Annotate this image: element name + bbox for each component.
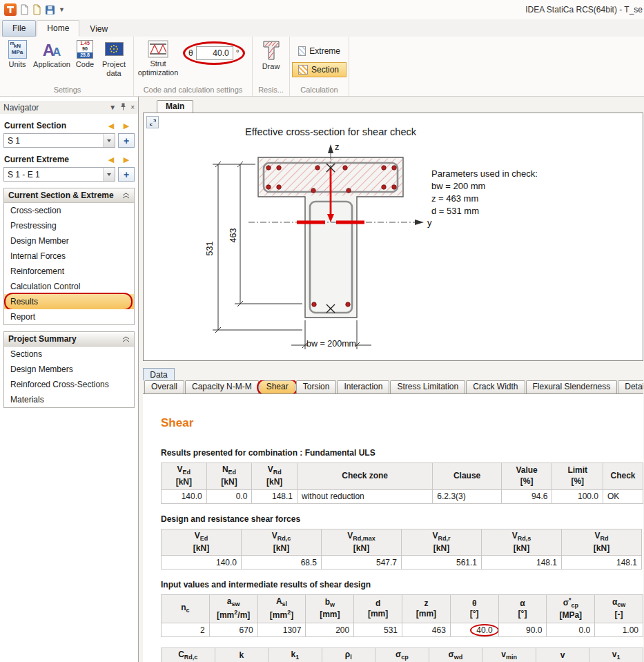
column-header: VEd[kN] — [162, 463, 207, 490]
nav-item-reinforcement[interactable]: Reinforcement — [4, 264, 134, 279]
data-panel-tab[interactable]: Data — [143, 368, 175, 380]
column-header: VEd[kN] — [162, 529, 242, 556]
next-section-button[interactable]: ▶ — [119, 120, 134, 131]
table-cell: 140.0 — [162, 556, 242, 569]
table-cell: 1307 — [257, 623, 306, 637]
nav-item-results[interactable]: Results — [4, 294, 134, 309]
section-extreme-group-header[interactable]: Current Section & Extreme — [4, 188, 134, 203]
extreme-button[interactable]: Extreme — [292, 43, 347, 59]
close-icon[interactable]: × — [130, 104, 135, 111]
table-cell: 68.5 — [242, 556, 322, 569]
column-header: VRd,s[kN] — [482, 529, 562, 556]
nav-item-sections[interactable]: Sections — [4, 347, 134, 362]
nav-item-materials[interactable]: Materials — [4, 392, 134, 407]
result-tab-shear[interactable]: Shear — [260, 380, 295, 393]
next-extreme-button[interactable]: ▶ — [119, 154, 134, 165]
column-header: Check zone — [297, 463, 433, 490]
section-label: Section — [311, 65, 339, 75]
navigator-menu-icon[interactable]: ▼ — [109, 104, 116, 111]
shear-forces-table: VEd[kN]VRd,c[kN]VRd,max[kN]VRd,r[kN]VRd,… — [161, 529, 642, 570]
navigator-title: Navigator — [3, 103, 39, 113]
column-header: v[-] — [536, 648, 589, 662]
chevron-down-icon[interactable] — [103, 134, 115, 147]
column-header: Limit[%] — [552, 463, 603, 490]
nav-item-calculation-control[interactable]: Calculation Control — [4, 279, 134, 294]
add-section-button[interactable]: + — [118, 133, 135, 148]
result-tab-strip: OverallCapacity N-M-MShearTorsionInterac… — [143, 380, 643, 394]
nav-item-design-members[interactable]: Design Members — [4, 362, 134, 377]
current-extreme-select[interactable]: S 1 - E 1 — [3, 167, 115, 182]
drawing-title: Effective cross-section for shear check — [245, 126, 417, 137]
code-label: Code — [76, 60, 94, 69]
ribbon-group-settings: m kN MPa Units A A Application 1.45 — [1, 37, 134, 96]
column-header: VRd,max[kN] — [322, 529, 402, 556]
result-tab-stress-limitation[interactable]: Stress Limitation — [390, 380, 465, 393]
result-tab-interaction[interactable]: Interaction — [337, 380, 389, 393]
chevron-down-icon[interactable] — [103, 168, 115, 181]
column-header: σ*cp[MPa] — [547, 595, 595, 623]
code-button[interactable]: 1.45 90 25.8 Code — [72, 38, 97, 69]
new-document-icon[interactable] — [20, 4, 29, 15]
nav-item-reinforced-cross-sections[interactable]: Reinforced Cross-Sections — [4, 377, 134, 392]
result-tab-crack-width[interactable]: Crack Width — [466, 380, 525, 393]
menu-tab-home[interactable]: Home — [37, 20, 79, 37]
nav-item-cross-section[interactable]: Cross-section — [4, 203, 134, 218]
app-logo-icon[interactable] — [4, 3, 17, 16]
menu-tab-file[interactable]: File — [2, 20, 36, 37]
result-tab-capacity-n-m-m[interactable]: Capacity N-M-M — [185, 380, 259, 393]
table-cell: OK — [603, 489, 643, 503]
menu-tab-view[interactable]: View — [80, 21, 117, 37]
theta-label: θ — [188, 48, 193, 58]
nav-item-design-member[interactable]: Design Member — [4, 233, 134, 249]
input-section-title: Input values and intermediate results of… — [161, 580, 643, 590]
z-axis-label: z — [335, 142, 340, 152]
result-tab-torsion[interactable]: Torsion — [296, 380, 337, 393]
nav-item-prestressing[interactable]: Prestressing — [4, 218, 134, 233]
previous-section-button[interactable]: ◀ — [104, 120, 119, 131]
table-cell: 1.00 — [595, 623, 643, 637]
pin-icon[interactable] — [120, 103, 126, 112]
column-header: Asl[mm2] — [257, 595, 306, 623]
nav-item-report[interactable]: Report — [4, 309, 134, 324]
shear-input-table-1: ncasw[mm2/m]Asl[mm2]bw[mm]d[mm]z[mm]θ[°]… — [161, 594, 643, 637]
project-data-button[interactable]: Project data — [97, 38, 130, 77]
z-axis-arrow — [328, 144, 333, 153]
svg-text:bw = 200 mm: bw = 200 mm — [431, 181, 485, 191]
result-tab-flexural-slenderness[interactable]: Flexural Slenderness — [526, 380, 618, 393]
section-button[interactable]: Section — [292, 62, 347, 77]
strut-optimization-icon — [148, 40, 168, 58]
navigator-panel: Navigator ▼ × Current Section ◀ ▶ S 1 — [0, 97, 139, 662]
title-bar: ▼ IDEA StatiCa RCS(64bit) - T_se — [0, 0, 644, 19]
result-tab-overall[interactable]: Overall — [144, 380, 184, 393]
main-view-tab[interactable]: Main — [157, 100, 193, 113]
previous-extreme-button[interactable]: ◀ — [104, 154, 119, 165]
column-header: v1[-] — [589, 648, 643, 662]
result-tab-detai[interactable]: Detai — [618, 380, 643, 393]
table-cell: 100.0 — [552, 489, 603, 503]
add-extreme-button[interactable]: + — [118, 167, 135, 182]
ribbon: m kN MPa Units A A Application 1.45 — [0, 37, 644, 97]
draw-button[interactable]: Draw — [256, 38, 286, 71]
fit-view-button[interactable] — [146, 116, 159, 128]
current-section-select[interactable]: S 1 — [3, 133, 115, 148]
column-header: bw[mm] — [306, 595, 354, 623]
open-document-icon[interactable] — [32, 4, 41, 15]
table-cell: 0.0 — [547, 623, 595, 637]
ribbon-group-calculation: Extreme Section Calculation — [290, 37, 349, 96]
table-cell: 463 — [402, 623, 451, 637]
units-button[interactable]: m kN MPa Units — [3, 38, 31, 69]
table-cell: 94.6 — [501, 489, 552, 503]
theta-input[interactable]: 40.0 — [196, 46, 233, 60]
check-parameters-text: Parameters used in check: bw = 200 mm z … — [431, 168, 538, 216]
application-button[interactable]: A A Application — [31, 38, 72, 69]
ribbon-group-code-calc: Strut optimization θ 40.0 ° Code and cal… — [134, 37, 253, 96]
table-cell: 148.1 — [562, 556, 642, 569]
eu-flag-icon — [105, 42, 124, 56]
units-icon: m kN MPa — [8, 40, 27, 59]
project-summary-group-header[interactable]: Project Summary — [4, 332, 134, 347]
table-cell: 140.0 — [162, 489, 207, 503]
strut-optimization-button[interactable]: Strut optimization — [136, 38, 180, 77]
qat-dropdown-icon[interactable]: ▼ — [59, 6, 65, 13]
nav-item-internal-forces[interactable]: Internal Forces — [4, 249, 134, 264]
save-icon[interactable] — [45, 5, 55, 15]
